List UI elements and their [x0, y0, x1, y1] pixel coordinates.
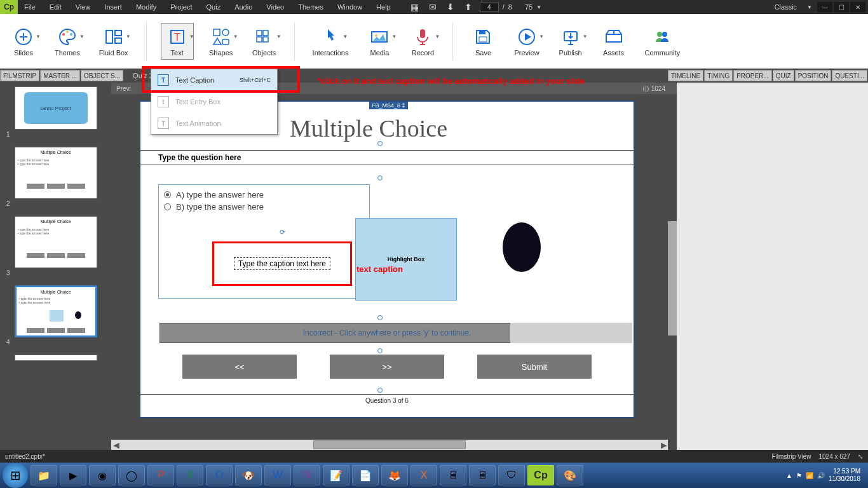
tab-master[interactable]: MASTER ...	[40, 70, 80, 81]
taskbar-outlook-icon[interactable]: O	[206, 465, 233, 485]
slide-thumb-2[interactable]: Multiple Choice • type the answer here• …	[4, 147, 107, 207]
ribbon-publish[interactable]: ▼ Publish	[555, 24, 587, 59]
tab-position[interactable]: POSITION	[795, 70, 832, 81]
tab-quiz[interactable]: QUIZ	[773, 70, 794, 81]
menu-themes[interactable]: Themes	[292, 1, 330, 13]
ribbon-preview[interactable]: ▼ Preview	[510, 24, 543, 59]
menu-view[interactable]: View	[69, 1, 97, 13]
tray-clock[interactable]: 12:53 PM 11/30/2018	[829, 468, 860, 483]
menu-audio[interactable]: Audio	[228, 1, 259, 13]
taskbar-app1-icon[interactable]: 🖥	[440, 465, 466, 485]
tray-volume-icon[interactable]: 🔊	[817, 472, 825, 479]
minimize-button[interactable]: —	[817, 2, 832, 12]
review-area[interactable]	[510, 323, 632, 343]
selection-handle[interactable]	[377, 348, 383, 353]
zoom-chevron-icon[interactable]: ▼	[536, 4, 541, 10]
menu-file[interactable]: File	[18, 1, 42, 13]
taskbar-app2-icon[interactable]: 🖥	[469, 465, 496, 485]
ribbon-save[interactable]: Save	[467, 24, 499, 59]
taskbar-gimp-icon[interactable]: 🐶	[235, 465, 262, 485]
selection-handle[interactable]	[377, 141, 383, 146]
mail-icon[interactable]: ✉	[428, 2, 438, 12]
workspace-chevron-icon[interactable]: ▼	[807, 4, 812, 10]
taskbar-captivate-icon[interactable]: Cp	[527, 465, 554, 485]
selection-handle[interactable]	[377, 315, 383, 320]
workspace-selector[interactable]: Classic	[770, 2, 802, 12]
maximize-button[interactable]: ☐	[834, 2, 849, 12]
tab-properties[interactable]: PROPER...	[733, 70, 772, 81]
taskbar-media-icon[interactable]: ▶	[60, 465, 86, 485]
taskbar-explorer-icon[interactable]: 📁	[31, 465, 57, 485]
tab-object-states[interactable]: OBJECT S...	[81, 70, 123, 81]
slide-thumb-5[interactable]	[4, 355, 107, 361]
status-expand-icon[interactable]: ⤡	[858, 453, 863, 460]
tab-timeline[interactable]: TIMELINE	[668, 70, 703, 81]
rotate-handle-icon[interactable]: ⟳	[280, 228, 285, 236]
menu-help[interactable]: Help	[370, 1, 397, 13]
tab-question[interactable]: QUESTI...	[832, 70, 867, 81]
sync-up-icon[interactable]: ⬆	[463, 2, 473, 12]
menu-insert[interactable]: Insert	[98, 1, 128, 13]
radio-a[interactable]	[164, 191, 171, 198]
slide-thumb-4[interactable]: Multiple Choice • type the answer here• …	[4, 285, 107, 346]
menu-video[interactable]: Video	[260, 1, 290, 13]
horizontal-scrollbar[interactable]: ◄ ►	[111, 440, 668, 450]
menu-text-caption[interactable]: T Text Caption Shift+Ctrl+C	[151, 69, 277, 91]
selection-handle[interactable]	[377, 175, 383, 180]
start-button[interactable]: ⊞	[3, 463, 28, 488]
question-placeholder[interactable]: Type the question here	[140, 151, 634, 165]
text-caption-object[interactable]: ⟳ Type the caption text here	[212, 241, 352, 286]
tab-timing[interactable]: TIMING	[704, 70, 733, 81]
layout-icon[interactable]: ▦	[410, 2, 420, 12]
tray-network-icon[interactable]: 📶	[806, 472, 813, 479]
ribbon-text[interactable]: T▼ Text	[161, 23, 194, 60]
next-button[interactable]: >>	[330, 355, 444, 379]
taskbar-defender-icon[interactable]: 🛡	[498, 465, 525, 485]
current-slide-input[interactable]	[480, 2, 499, 12]
ribbon-objects[interactable]: ▼ Objects	[248, 24, 280, 59]
sync-down-icon[interactable]: ⬇	[445, 2, 456, 12]
ribbon-slides[interactable]: ▼ Slides	[8, 24, 39, 59]
scrollbar-thumb[interactable]	[313, 440, 466, 449]
taskbar-chrome-icon[interactable]: ◯	[118, 465, 145, 485]
radio-b[interactable]	[164, 203, 171, 210]
answer-b[interactable]: B) type the answer here	[164, 202, 364, 212]
ribbon-shapes[interactable]: ▼ Shapes	[205, 24, 237, 59]
taskbar-onenote-icon[interactable]: N	[294, 465, 320, 485]
tray-up-icon[interactable]: ▲	[786, 472, 792, 479]
menu-project[interactable]: Project	[164, 1, 198, 13]
taskbar-notepad-icon[interactable]: 📝	[323, 465, 349, 485]
slide-thumb-3[interactable]: Multiple Choice • type the answer here• …	[4, 216, 107, 276]
canvas-viewport[interactable]: FB_MS4_8 ‡ Multiple Choice Type the ques…	[111, 94, 677, 438]
menu-window[interactable]: Window	[331, 1, 369, 13]
system-tray[interactable]: ▲ ⚑ 📶 🔊 12:53 PM 11/30/2018	[786, 468, 865, 483]
ribbon-record[interactable]: ▼ Record	[407, 24, 438, 59]
taskbar-firefox-icon[interactable]: 🦊	[381, 465, 408, 485]
taskbar-excel-icon[interactable]: X	[177, 465, 203, 485]
taskbar-paint-icon[interactable]: 🎨	[557, 465, 583, 485]
taskbar-eclipse-icon[interactable]: ◉	[89, 465, 116, 485]
highlight-box-object[interactable]: Highlight Box	[355, 218, 457, 301]
ribbon-themes[interactable]: ▼ Themes	[51, 24, 84, 59]
slide-canvas[interactable]: FB_MS4_8 ‡ Multiple Choice Type the ques…	[139, 100, 635, 418]
ribbon-media[interactable]: ▼ Media	[363, 24, 395, 59]
taskbar-xampp-icon[interactable]: X	[410, 465, 437, 485]
ribbon-interactions[interactable]: ▼ Interactions	[309, 24, 353, 59]
filmstrip-panel[interactable]: Demo Project 1 Multiple Choice • type th…	[0, 83, 111, 450]
tray-flag-icon[interactable]: ⚑	[796, 472, 802, 479]
taskbar-powerpoint-icon[interactable]: P	[147, 465, 174, 485]
ribbon-assets[interactable]: Assets	[598, 24, 630, 59]
oval-shape[interactable]	[503, 222, 541, 272]
zoom-value[interactable]: 75	[525, 3, 532, 11]
answer-a[interactable]: A) type the answer here	[164, 190, 364, 200]
tab-filmstrip[interactable]: FILMSTRIP	[0, 70, 39, 81]
menu-quiz[interactable]: Quiz	[200, 1, 227, 13]
vertical-scrollbar[interactable]	[668, 221, 677, 336]
slide-thumb-1[interactable]: Demo Project 1	[4, 86, 107, 138]
menu-edit[interactable]: Edit	[43, 1, 68, 13]
ribbon-fluidbox[interactable]: ▼ Fluid Box	[95, 24, 132, 59]
prev-button[interactable]: <<	[182, 355, 297, 379]
submit-button[interactable]: Submit	[477, 355, 592, 379]
menu-modify[interactable]: Modify	[130, 1, 163, 13]
properties-panel[interactable]	[677, 83, 868, 450]
